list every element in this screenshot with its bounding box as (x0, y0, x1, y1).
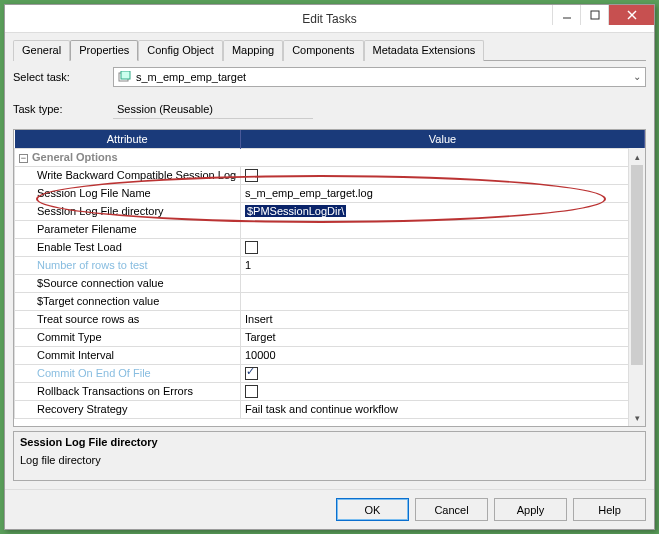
selected-value[interactable]: $PMSessionLogDir\ (245, 205, 346, 217)
properties-grid: Attribute Value −General OptionsWrite Ba… (13, 129, 646, 427)
edit-tasks-window: Edit Tasks General Properties Config Obj… (4, 4, 655, 530)
titlebar: Edit Tasks (5, 5, 654, 33)
col-attribute[interactable]: Attribute (15, 130, 241, 148)
attr-cell: Rollback Transactions on Errors (15, 382, 241, 400)
table-row[interactable]: Rollback Transactions on Errors (15, 382, 645, 400)
table-row[interactable]: Enable Test Load (15, 238, 645, 256)
task-type-value: Session (Reusable) (113, 99, 313, 119)
value-cell[interactable]: Insert (241, 310, 645, 328)
value-cell[interactable]: 1 (241, 256, 645, 274)
svg-rect-5 (121, 71, 130, 79)
table-row[interactable]: Parameter Filename (15, 220, 645, 238)
checkbox[interactable] (245, 385, 258, 398)
table-row[interactable]: Session Log File directory$PMSessionLogD… (15, 202, 645, 220)
select-task-value: s_m_emp_emp_target (136, 71, 246, 83)
close-button[interactable] (608, 5, 654, 25)
tab-components[interactable]: Components (283, 40, 363, 61)
maximize-button[interactable] (580, 5, 608, 25)
value-cell[interactable] (241, 364, 645, 382)
col-value[interactable]: Value (241, 130, 645, 148)
svg-rect-1 (591, 11, 599, 19)
ok-button[interactable]: OK (336, 498, 409, 521)
attr-cell: Recovery Strategy (15, 400, 241, 418)
attr-cell: Session Log File Name (15, 184, 241, 202)
attr-cell: Commit Interval (15, 346, 241, 364)
tab-properties[interactable]: Properties (70, 40, 138, 61)
table-row[interactable]: Commit On End Of File (15, 364, 645, 382)
checkbox[interactable] (245, 169, 258, 182)
tab-bar: General Properties Config Object Mapping… (13, 39, 646, 61)
scroll-up-icon[interactable]: ▴ (629, 148, 645, 165)
tab-metadata-extensions[interactable]: Metadata Extensions (364, 40, 485, 61)
value-cell[interactable] (241, 220, 645, 238)
table-row[interactable]: Session Log File Names_m_emp_emp_target.… (15, 184, 645, 202)
select-task-label: Select task: (13, 71, 113, 83)
value-cell[interactable] (241, 292, 645, 310)
collapse-icon[interactable]: − (19, 154, 28, 163)
description-panel: Session Log File directory Log file dire… (13, 431, 646, 481)
table-row[interactable]: Recovery StrategyFail task and continue … (15, 400, 645, 418)
attr-cell: Enable Test Load (15, 238, 241, 256)
dialog-footer: OK Cancel Apply Help (5, 489, 654, 529)
select-task-dropdown[interactable]: s_m_emp_emp_target ⌄ (113, 67, 646, 87)
tab-mapping[interactable]: Mapping (223, 40, 283, 61)
group-row[interactable]: −General Options (15, 148, 645, 166)
minimize-button[interactable] (552, 5, 580, 25)
table-row[interactable]: $Source connection value (15, 274, 645, 292)
table-row[interactable]: Commit TypeTarget (15, 328, 645, 346)
vertical-scrollbar[interactable]: ▴ ▾ (628, 148, 645, 426)
table-row[interactable]: Treat source rows asInsert (15, 310, 645, 328)
value-cell[interactable] (241, 274, 645, 292)
window-controls (552, 5, 654, 25)
help-button[interactable]: Help (573, 498, 646, 521)
value-cell[interactable]: s_m_emp_emp_target.log (241, 184, 645, 202)
attr-cell: Session Log File directory (15, 202, 241, 220)
attr-cell: $Target connection value (15, 292, 241, 310)
table-row[interactable]: Number of rows to test1 (15, 256, 645, 274)
description-body: Log file directory (20, 454, 639, 466)
tab-config-object[interactable]: Config Object (138, 40, 223, 61)
value-cell[interactable] (241, 166, 645, 184)
table-row[interactable]: Write Backward Compatible Session Log Fi… (15, 166, 645, 184)
value-cell[interactable]: Fail task and continue workflow (241, 400, 645, 418)
table-row[interactable]: $Target connection value (15, 292, 645, 310)
chevron-down-icon: ⌄ (633, 71, 641, 82)
table-row[interactable]: Commit Interval10000 (15, 346, 645, 364)
attr-cell: Parameter Filename (15, 220, 241, 238)
value-cell[interactable]: $PMSessionLogDir\ (241, 202, 645, 220)
value-cell[interactable] (241, 238, 645, 256)
attr-cell: Commit Type (15, 328, 241, 346)
checkbox[interactable] (245, 367, 258, 380)
scroll-down-icon[interactable]: ▾ (629, 409, 645, 426)
value-cell[interactable] (241, 382, 645, 400)
attr-cell: Write Backward Compatible Session Log Fi… (15, 166, 241, 184)
cancel-button[interactable]: Cancel (415, 498, 488, 521)
value-cell[interactable]: Target (241, 328, 645, 346)
attr-cell: $Source connection value (15, 274, 241, 292)
session-icon (118, 71, 132, 83)
attr-cell: Number of rows to test (15, 256, 241, 274)
description-title: Session Log File directory (20, 436, 639, 448)
task-type-label: Task type: (13, 103, 113, 115)
value-cell[interactable]: 10000 (241, 346, 645, 364)
group-label: General Options (32, 151, 118, 163)
attr-cell: Treat source rows as (15, 310, 241, 328)
apply-button[interactable]: Apply (494, 498, 567, 521)
attr-cell: Commit On End Of File (15, 364, 241, 382)
tab-general[interactable]: General (13, 40, 70, 61)
checkbox[interactable] (245, 241, 258, 254)
